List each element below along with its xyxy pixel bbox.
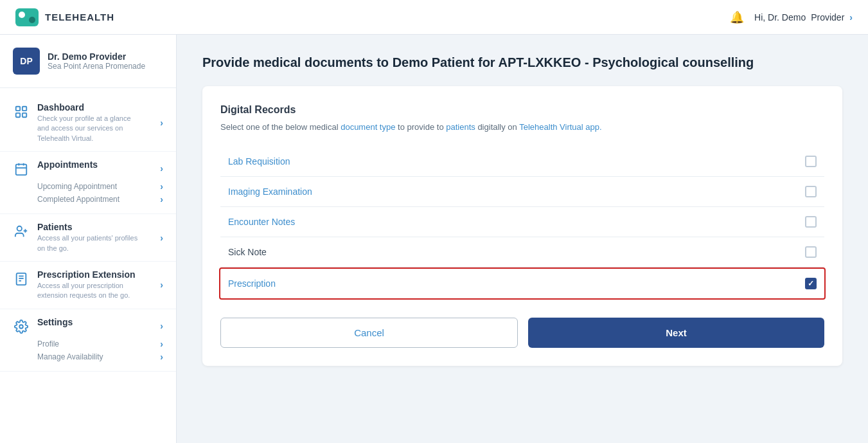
prescription-extension-sub: Access all your prescriptionextension re… (37, 281, 135, 301)
svg-rect-1 (22, 107, 26, 111)
dashboard-label: Dashboard (37, 102, 131, 113)
prescription-extension-icon (13, 271, 30, 287)
doc-option-sick-note[interactable]: Sick Note (220, 237, 824, 267)
cancel-button[interactable]: Cancel (220, 318, 518, 348)
sidebar-item-patients[interactable]: Patients Access all your patients' profi… (0, 214, 176, 262)
settings-icon (13, 318, 30, 335)
upcoming-appointment[interactable]: Upcoming Appointment › (37, 180, 163, 193)
svg-rect-3 (22, 113, 26, 117)
user-menu-chevron[interactable]: › (849, 12, 853, 23)
checkbox-lab-requisition[interactable] (805, 156, 817, 167)
completed-appointment[interactable]: Completed Appointment › (37, 193, 163, 206)
patients-chevron: › (160, 233, 163, 243)
logo-icon (15, 8, 39, 26)
app-layout: DP Dr. Demo Provider Sea Point Arena Pro… (0, 35, 868, 443)
section-title: Digital Records (220, 104, 824, 116)
doc-label-sick-note: Sick Note (228, 247, 267, 257)
appointments-label: Appointments (37, 159, 98, 170)
dashboard-icon (13, 104, 30, 120)
doc-label-lab-requisition: Lab Requisition (228, 156, 290, 167)
doc-label-imaging-examination: Imaging Examination (228, 186, 312, 197)
svg-rect-0 (16, 107, 20, 111)
doc-option-imaging-examination[interactable]: Imaging Examination (220, 177, 824, 207)
logo-text: TELEHEALTH (45, 12, 114, 23)
checkbox-encounter-notes[interactable] (805, 216, 817, 228)
user-role: Provider (811, 12, 844, 23)
patients-label: Patients (37, 222, 137, 232)
section-desc: Select one of the below medical document… (220, 121, 824, 134)
sidebar-item-dashboard[interactable]: Dashboard Check your profile at a glance… (0, 95, 176, 152)
dashboard-chevron: › (160, 118, 163, 128)
svg-point-13 (19, 325, 23, 329)
appointments-icon (13, 161, 30, 177)
sidebar-profile: DP Dr. Demo Provider Sea Point Arena Pro… (0, 48, 176, 88)
settings-label: Settings (37, 317, 73, 327)
main-content: Provide medical documents to Demo Patien… (177, 35, 868, 443)
appointments-sub-items: Upcoming Appointment › Completed Appoint… (13, 180, 163, 206)
profile-info: Dr. Demo Provider Sea Point Arena Promen… (48, 51, 145, 71)
sidebar: DP Dr. Demo Provider Sea Point Arena Pro… (0, 35, 177, 443)
page-title: Provide medical documents to Demo Patien… (202, 54, 842, 71)
checkbox-imaging-examination[interactable] (805, 186, 817, 197)
button-row: Cancel Next (220, 318, 824, 348)
settings-chevron: › (160, 321, 163, 331)
doc-option-prescription[interactable]: Prescription (219, 267, 826, 300)
doc-option-encounter-notes[interactable]: Encounter Notes (220, 207, 824, 237)
patients-icon (13, 223, 30, 240)
profile-location: Sea Point Arena Promenade (48, 62, 145, 71)
appointments-chevron: › (160, 163, 163, 174)
settings-sub-items: Profile › Manage Availability › (13, 338, 163, 363)
user-menu[interactable]: 🔔 Hi, Dr. Demo Provider › (730, 10, 853, 24)
logo: TELEHEALTH (15, 8, 114, 26)
checkbox-sick-note[interactable] (805, 246, 817, 258)
app-header: TELEHEALTH 🔔 Hi, Dr. Demo Provider › (0, 0, 868, 35)
settings-manage-availability[interactable]: Manage Availability › (37, 350, 163, 363)
doc-label-prescription: Prescription (228, 278, 276, 289)
notification-icon[interactable]: 🔔 (730, 10, 744, 24)
sidebar-item-settings[interactable]: Settings › Profile › Manage Availability… (0, 309, 176, 372)
dashboard-sub: Check your profile at a glanceand access… (37, 114, 131, 143)
doc-label-encounter-notes: Encounter Notes (228, 217, 295, 227)
sidebar-item-prescription-extension[interactable]: Prescription Extension Access all your p… (0, 262, 176, 309)
svg-rect-2 (16, 113, 20, 117)
patients-sub: Access all your patients' profileson the… (37, 233, 137, 253)
prescription-extension-label: Prescription Extension (37, 269, 135, 280)
doc-option-lab-requisition[interactable]: Lab Requisition (220, 147, 824, 177)
checkbox-prescription[interactable] (805, 278, 817, 289)
user-greeting: Hi, Dr. Demo (754, 12, 806, 23)
prescription-extension-chevron: › (160, 280, 163, 290)
avatar: DP (13, 48, 40, 75)
sidebar-item-appointments[interactable]: Appointments › Upcoming Appointment › Co… (0, 152, 176, 214)
settings-profile[interactable]: Profile › (37, 338, 163, 350)
svg-point-8 (17, 226, 22, 231)
profile-name: Dr. Demo Provider (48, 51, 145, 62)
next-button[interactable]: Next (528, 318, 824, 348)
document-selection-card: Digital Records Select one of the below … (202, 86, 842, 366)
svg-rect-4 (16, 165, 27, 175)
